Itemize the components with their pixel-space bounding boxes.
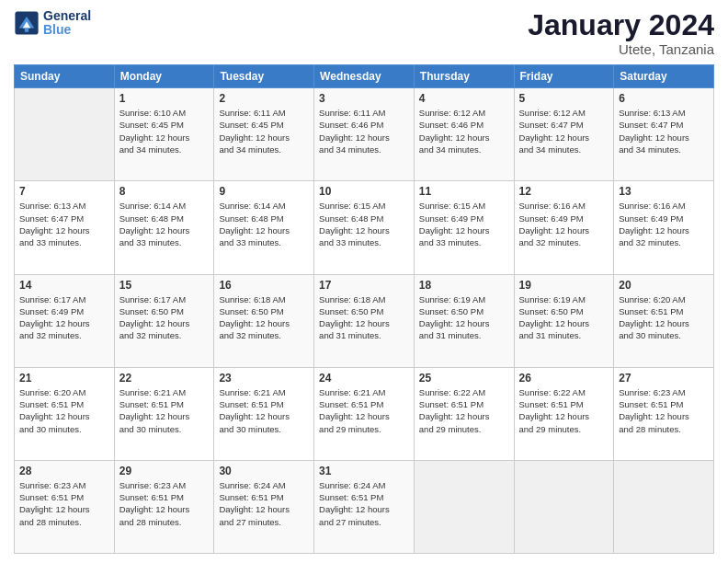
calendar-cell: 29Sunrise: 6:23 AM Sunset: 6:51 PM Dayli… (114, 460, 214, 553)
day-info: Sunrise: 6:24 AM Sunset: 6:51 PM Dayligh… (319, 479, 409, 528)
header-day-friday: Friday (514, 65, 614, 88)
day-info: Sunrise: 6:12 AM Sunset: 6:46 PM Dayligh… (419, 107, 509, 155)
calendar-cell: 26Sunrise: 6:22 AM Sunset: 6:51 PM Dayli… (514, 367, 614, 460)
week-row-2: 7Sunrise: 6:13 AM Sunset: 6:47 PM Daylig… (15, 181, 714, 274)
calendar-table: SundayMondayTuesdayWednesdayThursdayFrid… (14, 64, 714, 554)
day-number: 28 (19, 465, 109, 477)
calendar-cell: 23Sunrise: 6:21 AM Sunset: 6:51 PM Dayli… (214, 367, 314, 460)
day-info: Sunrise: 6:13 AM Sunset: 6:47 PM Dayligh… (19, 200, 109, 248)
header: General Blue January 2024 Utete, Tanzani… (14, 9, 714, 57)
day-number: 30 (219, 465, 309, 477)
calendar-cell: 20Sunrise: 6:20 AM Sunset: 6:51 PM Dayli… (614, 274, 714, 367)
calendar-cell: 31Sunrise: 6:24 AM Sunset: 6:51 PM Dayli… (314, 460, 415, 553)
day-info: Sunrise: 6:22 AM Sunset: 6:51 PM Dayligh… (419, 386, 509, 435)
calendar-cell: 14Sunrise: 6:17 AM Sunset: 6:49 PM Dayli… (15, 274, 115, 367)
calendar-cell (514, 460, 614, 553)
day-number: 24 (319, 372, 409, 385)
day-info: Sunrise: 6:16 AM Sunset: 6:49 PM Dayligh… (519, 200, 609, 248)
day-info: Sunrise: 6:12 AM Sunset: 6:47 PM Dayligh… (519, 107, 609, 155)
calendar-cell (414, 460, 514, 553)
day-number: 16 (219, 279, 309, 292)
day-info: Sunrise: 6:14 AM Sunset: 6:48 PM Dayligh… (119, 200, 210, 248)
day-number: 12 (519, 185, 609, 198)
day-info: Sunrise: 6:23 AM Sunset: 6:51 PM Dayligh… (619, 386, 709, 435)
header-day-monday: Monday (114, 65, 214, 88)
calendar-cell: 10Sunrise: 6:15 AM Sunset: 6:48 PM Dayli… (314, 181, 415, 274)
calendar-cell: 15Sunrise: 6:17 AM Sunset: 6:50 PM Dayli… (114, 274, 214, 367)
day-number: 19 (519, 279, 609, 292)
header-day-sunday: Sunday (15, 65, 115, 88)
day-number: 8 (119, 185, 210, 198)
calendar-cell: 16Sunrise: 6:18 AM Sunset: 6:50 PM Dayli… (214, 274, 314, 367)
calendar-cell: 9Sunrise: 6:14 AM Sunset: 6:48 PM Daylig… (214, 181, 314, 274)
day-number: 15 (119, 279, 210, 292)
calendar-cell: 11Sunrise: 6:15 AM Sunset: 6:49 PM Dayli… (414, 181, 514, 274)
calendar-cell: 22Sunrise: 6:21 AM Sunset: 6:51 PM Dayli… (114, 367, 214, 460)
logo-text: General Blue (43, 9, 91, 38)
day-number: 4 (419, 92, 509, 105)
day-number: 23 (219, 372, 309, 385)
week-row-3: 14Sunrise: 6:17 AM Sunset: 6:49 PM Dayli… (15, 274, 714, 367)
header-day-wednesday: Wednesday (314, 65, 415, 88)
day-number: 22 (119, 372, 210, 385)
day-number: 14 (19, 279, 109, 292)
calendar-cell: 30Sunrise: 6:24 AM Sunset: 6:51 PM Dayli… (214, 460, 314, 553)
calendar-cell: 24Sunrise: 6:21 AM Sunset: 6:51 PM Dayli… (314, 367, 415, 460)
day-info: Sunrise: 6:23 AM Sunset: 6:51 PM Dayligh… (19, 479, 109, 528)
calendar-cell: 3Sunrise: 6:11 AM Sunset: 6:46 PM Daylig… (314, 88, 415, 181)
day-number: 10 (319, 185, 409, 198)
week-row-4: 21Sunrise: 6:20 AM Sunset: 6:51 PM Dayli… (15, 367, 714, 460)
day-info: Sunrise: 6:11 AM Sunset: 6:45 PM Dayligh… (219, 107, 309, 155)
day-info: Sunrise: 6:13 AM Sunset: 6:47 PM Dayligh… (619, 107, 709, 155)
day-info: Sunrise: 6:21 AM Sunset: 6:51 PM Dayligh… (319, 386, 409, 435)
day-info: Sunrise: 6:15 AM Sunset: 6:48 PM Dayligh… (319, 200, 409, 248)
calendar-cell: 6Sunrise: 6:13 AM Sunset: 6:47 PM Daylig… (614, 88, 714, 181)
header-day-thursday: Thursday (414, 65, 514, 88)
day-info: Sunrise: 6:17 AM Sunset: 6:49 PM Dayligh… (19, 293, 109, 342)
day-info: Sunrise: 6:10 AM Sunset: 6:45 PM Dayligh… (119, 107, 210, 155)
day-info: Sunrise: 6:11 AM Sunset: 6:46 PM Dayligh… (319, 107, 409, 155)
day-number: 31 (319, 465, 409, 477)
day-info: Sunrise: 6:14 AM Sunset: 6:48 PM Dayligh… (219, 200, 309, 248)
week-row-1: 1Sunrise: 6:10 AM Sunset: 6:45 PM Daylig… (15, 88, 714, 181)
title-area: January 2024 Utete, Tanzania (528, 9, 714, 57)
day-info: Sunrise: 6:15 AM Sunset: 6:49 PM Dayligh… (419, 200, 509, 248)
day-info: Sunrise: 6:23 AM Sunset: 6:51 PM Dayligh… (119, 479, 210, 528)
day-number: 13 (619, 185, 709, 198)
calendar-cell: 27Sunrise: 6:23 AM Sunset: 6:51 PM Dayli… (614, 367, 714, 460)
day-number: 2 (219, 92, 309, 105)
calendar-cell (614, 460, 714, 553)
day-number: 27 (619, 372, 709, 385)
day-info: Sunrise: 6:18 AM Sunset: 6:50 PM Dayligh… (219, 293, 309, 342)
day-number: 11 (419, 185, 509, 198)
logo-icon (14, 10, 40, 36)
day-number: 29 (119, 465, 210, 477)
calendar-cell: 1Sunrise: 6:10 AM Sunset: 6:45 PM Daylig… (114, 88, 214, 181)
day-info: Sunrise: 6:18 AM Sunset: 6:50 PM Dayligh… (319, 293, 409, 342)
day-info: Sunrise: 6:22 AM Sunset: 6:51 PM Dayligh… (519, 386, 609, 435)
svg-rect-1 (25, 29, 28, 32)
calendar-cell (15, 88, 115, 181)
day-info: Sunrise: 6:16 AM Sunset: 6:49 PM Dayligh… (619, 200, 709, 248)
day-number: 1 (119, 92, 210, 105)
day-info: Sunrise: 6:21 AM Sunset: 6:51 PM Dayligh… (119, 386, 210, 435)
day-info: Sunrise: 6:21 AM Sunset: 6:51 PM Dayligh… (219, 386, 309, 435)
calendar-cell: 2Sunrise: 6:11 AM Sunset: 6:45 PM Daylig… (214, 88, 314, 181)
day-number: 9 (219, 185, 309, 198)
day-info: Sunrise: 6:20 AM Sunset: 6:51 PM Dayligh… (619, 293, 709, 342)
day-info: Sunrise: 6:17 AM Sunset: 6:50 PM Dayligh… (119, 293, 210, 342)
day-number: 17 (319, 279, 409, 292)
day-number: 26 (519, 372, 609, 385)
calendar-cell: 25Sunrise: 6:22 AM Sunset: 6:51 PM Dayli… (414, 367, 514, 460)
calendar-cell: 12Sunrise: 6:16 AM Sunset: 6:49 PM Dayli… (514, 181, 614, 274)
day-info: Sunrise: 6:24 AM Sunset: 6:51 PM Dayligh… (219, 479, 309, 528)
calendar-page: General Blue January 2024 Utete, Tanzani… (0, 0, 728, 563)
day-number: 20 (619, 279, 709, 292)
day-number: 21 (19, 372, 109, 385)
calendar-cell: 17Sunrise: 6:18 AM Sunset: 6:50 PM Dayli… (314, 274, 415, 367)
day-number: 3 (319, 92, 409, 105)
calendar-cell: 28Sunrise: 6:23 AM Sunset: 6:51 PM Dayli… (15, 460, 115, 553)
day-number: 25 (419, 372, 509, 385)
day-info: Sunrise: 6:19 AM Sunset: 6:50 PM Dayligh… (519, 293, 609, 342)
day-info: Sunrise: 6:19 AM Sunset: 6:50 PM Dayligh… (419, 293, 509, 342)
